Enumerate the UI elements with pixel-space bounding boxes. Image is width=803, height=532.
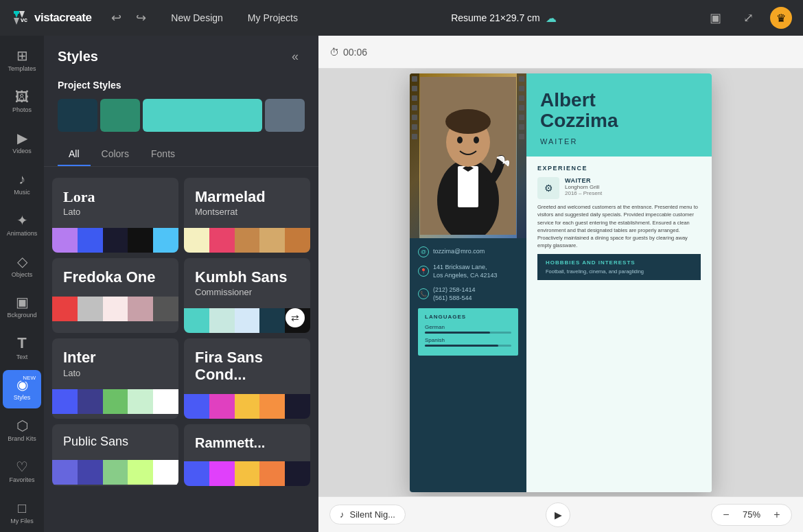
email-text: tozzima@mro.com xyxy=(433,247,485,256)
photos-icon: 🖼 xyxy=(15,90,29,104)
resume-photo xyxy=(410,73,526,238)
resume-left-col: @ tozzima@mro.com 📍 141 Bricksaw Lane, L… xyxy=(410,73,526,492)
experience-row: ⚙ WAITER Longhorn Grill 2016 – Present xyxy=(537,177,701,199)
panel-close-button[interactable]: « xyxy=(286,47,305,66)
objects-label: Objects xyxy=(12,271,33,278)
project-color-swatches xyxy=(58,99,305,132)
tab-all[interactable]: All xyxy=(58,143,91,166)
videos-label: Videos xyxy=(12,148,31,154)
canvas-area: ⏱ 00:06 xyxy=(318,36,803,532)
font-big-fira: Fira Sans Cond... xyxy=(195,349,299,382)
color-row-marmelad xyxy=(184,228,310,253)
sidebar-item-brand-kits[interactable]: ⬡ Brand Kits xyxy=(3,411,41,450)
zoom-out-button[interactable]: − xyxy=(719,507,734,522)
new-badge: NEW xyxy=(20,374,38,382)
swatch-3[interactable] xyxy=(143,99,262,132)
upgrade-button[interactable]: ♛ xyxy=(770,7,792,29)
style-card-fredoka[interactable]: Fredoka One xyxy=(52,258,178,333)
music-icon: ♪ xyxy=(19,172,25,186)
address-text: 141 Bricksaw Lane, Los Angeles, CA 42143 xyxy=(433,263,498,280)
style-grid: Lora Lato Marmelad Montserr xyxy=(52,178,310,486)
swatch-2[interactable] xyxy=(100,99,140,132)
color-row-inter xyxy=(52,389,178,414)
email-icon: @ xyxy=(418,246,429,257)
phone-text: (212) 258-1414 (561) 588-544 xyxy=(433,286,476,303)
font-big-lora: Lora xyxy=(63,189,167,205)
left-icon-sidebar: ⊞ Templates 🖼 Photos ▶ Videos ♪ Music ✦ … xyxy=(0,36,44,532)
film-strip-left xyxy=(410,73,419,238)
brand-kits-icon: ⬡ xyxy=(16,419,28,432)
tab-colors[interactable]: Colors xyxy=(91,143,140,166)
font-small-commissioner: Commissioner xyxy=(195,287,299,297)
sidebar-item-background[interactable]: ▣ Bckground xyxy=(3,288,41,327)
swatch-1[interactable] xyxy=(58,99,97,132)
sidebar-item-my-files[interactable]: □ My Files xyxy=(3,494,41,532)
templates-label: Templates xyxy=(8,65,36,72)
canvas-toolbar: ⏱ 00:06 xyxy=(318,36,803,69)
panel-title: Styles xyxy=(58,49,98,65)
font-small-inter-lato: Lato xyxy=(63,368,167,378)
sidebar-item-templates[interactable]: ⊞ Templates xyxy=(3,41,41,80)
color-row-fira xyxy=(184,394,310,419)
resume-role: WAITER xyxy=(540,137,698,146)
tabs-row: All Colors Fonts xyxy=(44,143,318,167)
logo[interactable]: vc vistacreate xyxy=(11,8,91,27)
lang-spanish: Spanish xyxy=(425,337,511,343)
sidebar-item-photos[interactable]: 🖼 Photos xyxy=(3,82,41,121)
style-card-public-sans[interactable]: Public Sans xyxy=(52,424,178,486)
svg-point-11 xyxy=(457,137,463,143)
color-row-rammett xyxy=(184,461,310,486)
music-button[interactable]: ♪ Silent Nig... xyxy=(329,505,406,524)
undo-button[interactable]: ↩ xyxy=(105,7,127,29)
languages-box: LANGUAGES German Spanish xyxy=(418,308,518,356)
objects-icon: ◇ xyxy=(17,255,27,268)
swatch-4[interactable] xyxy=(265,99,305,132)
job-date: 2016 – Present xyxy=(565,190,701,196)
language-row-spanish: Spanish xyxy=(425,337,511,347)
redo-button[interactable]: ↪ xyxy=(130,7,152,29)
svg-point-10 xyxy=(445,109,491,134)
music-title: Silent Nig... xyxy=(350,509,395,520)
share-button[interactable]: ⤢ xyxy=(737,7,759,29)
color-row-fredoka xyxy=(52,297,178,321)
my-projects-link[interactable]: My Projects xyxy=(242,10,303,26)
languages-title: LANGUAGES xyxy=(425,314,511,320)
company-name: Longhorn Grill xyxy=(565,184,701,190)
saved-icon: ☁ xyxy=(546,12,557,25)
sidebar-item-text[interactable]: T Text xyxy=(3,329,41,367)
resume-body: EXPERIENCE ⚙ WAITER Longhorn Grill 2016 … xyxy=(526,157,712,491)
sidebar-item-styles[interactable]: NEW ◉ Styles xyxy=(3,370,41,408)
videos-icon: ▶ xyxy=(17,131,27,145)
text-icon: T xyxy=(17,336,26,351)
language-row-german: German xyxy=(425,324,511,334)
my-files-icon: □ xyxy=(18,501,26,515)
project-styles-title: Project Styles xyxy=(44,74,318,99)
top-nav: vc vistacreate ↩ ↪ New Design My Project… xyxy=(0,0,803,36)
hobbies-box: HOBBBIES AND INTERESTS Football, traveli… xyxy=(537,254,701,280)
zoom-in-button[interactable]: + xyxy=(769,507,784,522)
address-row: 📍 141 Bricksaw Lane, Los Angeles, CA 421… xyxy=(418,263,518,280)
clock-icon: ⏱ xyxy=(329,47,339,58)
sidebar-item-animations[interactable]: ✦ Animations xyxy=(3,206,41,244)
sidebar-item-favorites[interactable]: ♡ Favorites xyxy=(3,452,41,491)
style-card-inter[interactable]: Inter Lato xyxy=(52,338,178,418)
style-card-marmelad[interactable]: Marmelad Montserrat xyxy=(184,178,310,253)
style-card-rammett[interactable]: Rammett... xyxy=(184,424,310,486)
background-icon: ▣ xyxy=(16,295,29,309)
timer-value: 00:06 xyxy=(343,47,367,58)
style-card-lora-lato[interactable]: Lora Lato xyxy=(52,178,178,253)
color-row-public-sans xyxy=(52,460,178,485)
style-card-fira[interactable]: Fira Sans Cond... xyxy=(184,338,310,418)
play-button[interactable]: ▶ xyxy=(546,502,570,527)
tab-fonts[interactable]: Fonts xyxy=(140,143,186,166)
music-note-icon: ♪ xyxy=(340,509,345,520)
address-icon: 📍 xyxy=(418,266,429,277)
sidebar-item-videos[interactable]: ▶ Videos xyxy=(3,124,41,162)
sidebar-item-objects[interactable]: ◇ Objects xyxy=(3,247,41,286)
new-design-link[interactable]: New Design xyxy=(165,10,228,26)
sidebar-item-music[interactable]: ♪ Music xyxy=(3,165,41,203)
present-button[interactable]: ▣ xyxy=(704,7,726,29)
phone-row: 📞 (212) 258-1414 (561) 588-544 xyxy=(418,286,518,303)
styles-label: Styles xyxy=(14,394,31,401)
style-card-kumbh[interactable]: Kumbh Sans Commissioner ⇄ xyxy=(184,258,310,333)
